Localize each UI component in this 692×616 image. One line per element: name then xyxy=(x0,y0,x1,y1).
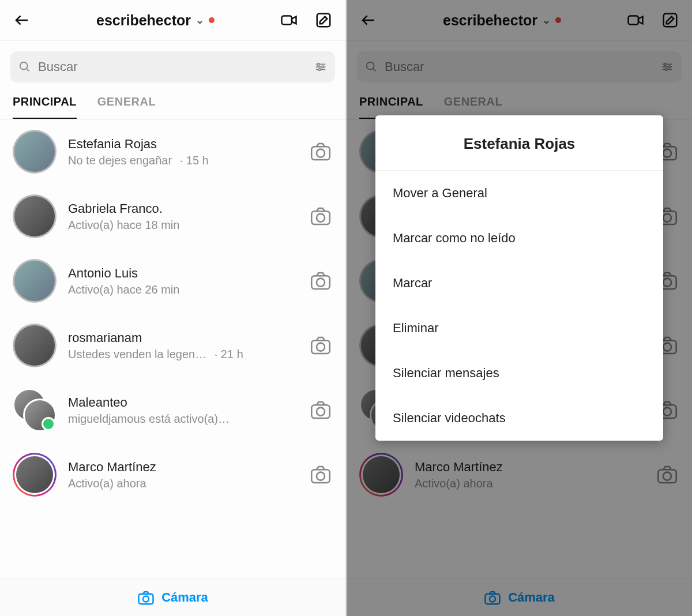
svg-point-11 xyxy=(317,279,325,287)
chat-subtitle: Activo(a) ahora xyxy=(68,477,297,490)
chat-row[interactable]: Maleanteomigueldjamous está activo(a)… xyxy=(0,378,345,442)
search-input[interactable] xyxy=(37,59,309,75)
popup-title: Estefania Rojas xyxy=(375,115,663,171)
back-button[interactable] xyxy=(10,9,33,32)
svg-point-3 xyxy=(318,63,320,66)
chevron-down-icon: ⌄ xyxy=(195,14,204,27)
chat-text: Marco MartínezActivo(a) ahora xyxy=(68,460,297,490)
chat-subtitle: migueldjamous está activo(a)… xyxy=(68,412,297,426)
chat-text: Antonio LuisActivo(a) hace 26 min xyxy=(68,266,297,296)
chat-time: · 15 h xyxy=(176,154,209,167)
chat-subtitle: No te dejes engañar · 15 h xyxy=(68,154,297,167)
chat-text: rosmarianamUstedes venden la legen… · 21… xyxy=(68,330,297,361)
online-indicator xyxy=(42,417,55,431)
chat-row[interactable]: Gabriela Franco.Activo(a) hace 18 min xyxy=(0,184,345,249)
chat-row[interactable]: rosmarianamUstedes venden la legen… · 21… xyxy=(0,313,345,378)
camera-label: Cámara xyxy=(161,590,208,605)
camera-icon[interactable] xyxy=(309,269,333,293)
chat-name: Estefania Rojas xyxy=(68,137,297,152)
svg-point-7 xyxy=(317,149,325,157)
camera-bar[interactable]: Cámara xyxy=(0,579,345,616)
camera-icon xyxy=(137,589,155,606)
notification-dot xyxy=(209,17,215,23)
context-menu-item[interactable]: Silenciar mensajes xyxy=(375,351,663,396)
video-call-button[interactable] xyxy=(277,9,300,32)
chat-subtitle: Activo(a) hace 18 min xyxy=(68,219,297,232)
username-label: escribehector xyxy=(96,12,191,29)
chat-row[interactable]: Antonio LuisActivo(a) hace 26 min xyxy=(0,249,345,313)
svg-point-2 xyxy=(20,62,28,70)
chat-time: · 21 h xyxy=(211,348,243,360)
chat-row[interactable]: Estefania RojasNo te dejes engañar · 15 … xyxy=(0,119,345,184)
svg-point-15 xyxy=(317,408,325,416)
avatar[interactable] xyxy=(13,388,57,432)
svg-point-4 xyxy=(322,66,324,68)
username-selector[interactable]: escribehector ⌄ xyxy=(33,12,277,29)
dm-header: escribehector ⌄ xyxy=(0,0,345,41)
camera-icon[interactable] xyxy=(309,463,333,487)
avatar[interactable] xyxy=(13,453,57,497)
phone-right: escribehector ⌄ xyxy=(347,0,692,616)
camera-icon[interactable] xyxy=(309,333,333,358)
compose-button[interactable] xyxy=(312,9,335,32)
chat-subtitle: Ustedes venden la legen… · 21 h xyxy=(68,348,297,361)
context-menu-item[interactable]: Eliminar xyxy=(375,306,663,351)
context-menu-item[interactable]: Marcar como no leído xyxy=(375,216,663,261)
avatar[interactable] xyxy=(13,130,57,174)
filter-icon[interactable] xyxy=(314,61,327,73)
tab-principal[interactable]: PRINCIPAL xyxy=(13,95,77,119)
svg-rect-0 xyxy=(282,16,292,25)
chat-text: Estefania RojasNo te dejes engañar · 15 … xyxy=(68,137,297,167)
chat-text: Gabriela Franco.Activo(a) hace 18 min xyxy=(68,201,297,232)
chat-text: Maleanteomigueldjamous está activo(a)… xyxy=(68,395,297,426)
avatar[interactable] xyxy=(13,259,57,303)
context-menu: Estefania Rojas Mover a GeneralMarcar co… xyxy=(375,115,663,441)
avatar[interactable] xyxy=(13,194,57,238)
svg-point-17 xyxy=(317,472,325,480)
svg-point-9 xyxy=(317,214,325,222)
chat-name: Marco Martínez xyxy=(68,460,297,475)
chat-name: Maleanteo xyxy=(68,395,297,410)
tab-general[interactable]: GENERAL xyxy=(97,95,156,119)
context-menu-item[interactable]: Mover a General xyxy=(375,171,663,216)
context-menu-item[interactable]: Marcar xyxy=(375,261,663,306)
chat-name: rosmarianam xyxy=(68,330,297,345)
svg-point-13 xyxy=(317,343,325,351)
phone-left: escribehector ⌄ xyxy=(0,0,347,616)
search-icon xyxy=(18,61,31,73)
avatar[interactable] xyxy=(13,324,57,367)
camera-icon[interactable] xyxy=(309,204,333,228)
chat-list: Estefania RojasNo te dejes engañar · 15 … xyxy=(0,119,345,507)
chat-name: Gabriela Franco. xyxy=(68,201,297,216)
svg-rect-1 xyxy=(317,14,330,27)
svg-point-19 xyxy=(143,596,149,602)
context-menu-item[interactable]: Silenciar videochats xyxy=(375,396,663,441)
camera-icon[interactable] xyxy=(309,140,333,164)
dm-tabs: PRINCIPAL GENERAL xyxy=(0,82,345,119)
chat-subtitle: Activo(a) hace 26 min xyxy=(68,283,297,296)
svg-point-5 xyxy=(318,69,321,71)
search-bar[interactable] xyxy=(10,51,335,82)
camera-icon[interactable] xyxy=(309,398,333,422)
chat-row[interactable]: Marco MartínezActivo(a) ahora xyxy=(0,442,345,507)
chat-name: Antonio Luis xyxy=(68,266,297,281)
